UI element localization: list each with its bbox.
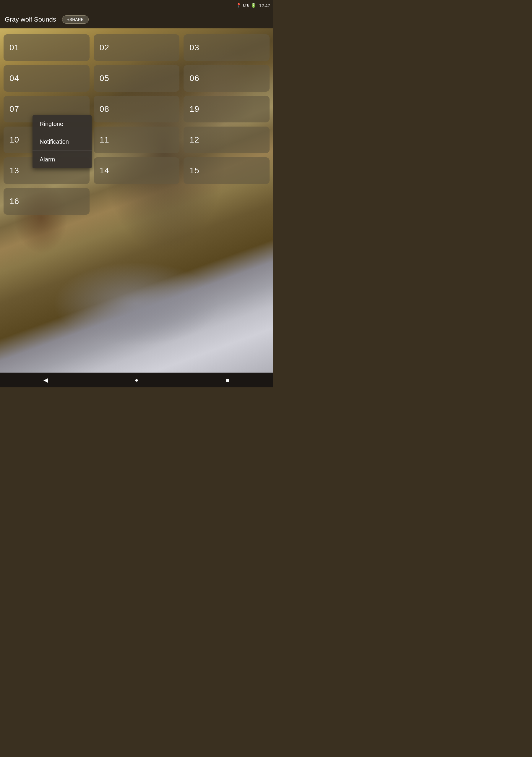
sound-button-14[interactable]: 14 <box>94 157 180 184</box>
sound-button-15[interactable]: 15 <box>184 157 270 184</box>
home-button[interactable]: ● <box>129 374 144 386</box>
sound-button-04[interactable]: 04 <box>4 65 90 92</box>
recents-button[interactable]: ■ <box>220 374 235 386</box>
sound-button-02[interactable]: 02 <box>94 34 180 61</box>
lte-indicator: LTE <box>243 3 250 7</box>
sound-button-08[interactable]: 08 <box>94 96 180 122</box>
app-title: Gray wolf Sounds <box>5 16 56 23</box>
status-icons: 📍 LTE 🔋 12:47 <box>236 3 270 8</box>
context-menu-ringtone[interactable]: Ringtone <box>33 115 92 133</box>
sound-button-11[interactable]: 11 <box>94 127 180 153</box>
sound-button-06[interactable]: 06 <box>184 65 270 92</box>
sound-button-16[interactable]: 16 <box>4 188 90 215</box>
share-button[interactable]: +SHARE <box>62 15 89 24</box>
bottom-navigation: ◀ ● ■ <box>0 373 273 387</box>
context-menu: Ringtone Notification Alarm <box>33 115 92 168</box>
sound-button-05[interactable]: 05 <box>94 65 180 92</box>
location-icon: 📍 <box>236 3 241 8</box>
sound-grid: 01 02 03 04 05 06 07 08 19 10 11 12 13 1… <box>0 28 273 373</box>
sound-button-12[interactable]: 12 <box>184 127 270 153</box>
app-header: Gray wolf Sounds +SHARE <box>0 11 273 28</box>
sound-button-01[interactable]: 01 <box>4 34 90 61</box>
context-menu-notification[interactable]: Notification <box>33 133 92 151</box>
context-menu-alarm[interactable]: Alarm <box>33 151 92 168</box>
battery-icon: 🔋 <box>251 3 256 8</box>
clock: 12:47 <box>259 3 270 8</box>
status-bar: 📍 LTE 🔋 12:47 <box>0 0 273 11</box>
sound-button-03[interactable]: 03 <box>184 34 270 61</box>
sound-button-19[interactable]: 19 <box>184 96 270 122</box>
back-button[interactable]: ◀ <box>38 374 53 386</box>
